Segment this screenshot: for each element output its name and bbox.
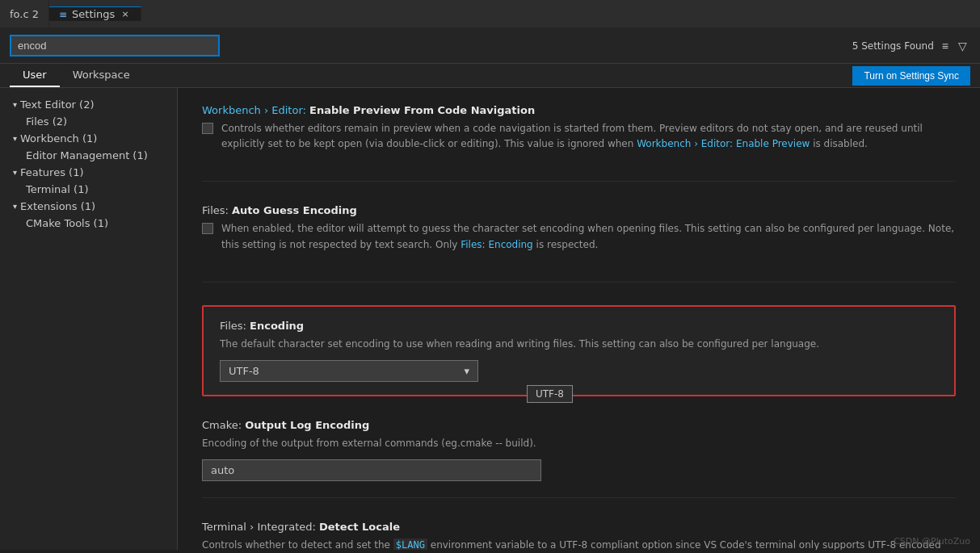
setting-desc-5: Controls whether to detect and set the $… xyxy=(202,538,956,550)
dropdown-arrow-icon: ▾ xyxy=(464,365,469,377)
setting-title-3: Files: Encoding xyxy=(220,320,938,332)
setting-detect-locale: Terminal › Integrated: Detect Locale Con… xyxy=(202,521,956,550)
settings-tab-label: Settings xyxy=(72,8,115,20)
sidebar-item-terminal[interactable]: Terminal (1) xyxy=(0,181,177,198)
encoding-dropdown-value: UTF-8 xyxy=(229,365,259,377)
sync-button[interactable]: Turn on Settings Sync xyxy=(852,66,970,86)
sidebar-item-workbench[interactable]: ▾ Workbench (1) xyxy=(0,130,177,147)
search-input[interactable] xyxy=(10,35,220,57)
filter-icons: ≡ ▽ xyxy=(939,38,970,54)
caret-icon: ▾ xyxy=(13,168,17,177)
lang-code: $LANG xyxy=(393,538,427,550)
setting-prefix-3: Files: xyxy=(220,320,250,332)
sidebar: ▾ Text Editor (2) Files (2) ▾ Workbench … xyxy=(0,88,178,550)
setting-output-log-encoding: Cmake: Output Log Encoding Encoding of t… xyxy=(202,419,956,498)
sidebar-label: Features (1) xyxy=(20,166,83,178)
setting-bold-title-2: Auto Guess Encoding xyxy=(232,204,357,216)
setting-title-4: Cmake: Output Log Encoding xyxy=(202,419,956,431)
sidebar-label: CMake Tools (1) xyxy=(26,217,108,229)
sidebar-label: Terminal (1) xyxy=(26,183,89,195)
setting-bold-title-4: Output Log Encoding xyxy=(245,419,369,431)
setting-bold-title-1: Enable Preview From Code Navigation xyxy=(309,104,535,116)
sidebar-label: Extensions (1) xyxy=(20,200,95,212)
setting-prefix-2: Files: xyxy=(202,204,232,216)
tab-workspace[interactable]: Workspace xyxy=(60,64,143,87)
tab-user[interactable]: User xyxy=(10,64,60,87)
setting-desc-1: Controls whether editors remain in previ… xyxy=(221,121,956,152)
setting-prefix-4: Cmake: xyxy=(202,419,245,431)
sidebar-item-files[interactable]: Files (2) xyxy=(0,113,177,130)
watermark: CSDN @PlutoZuo xyxy=(894,536,970,547)
settings-count: 5 Settings Found xyxy=(852,40,934,52)
tab-bar: fo.c 2 ≡ Settings × xyxy=(0,0,980,28)
sidebar-label: Workbench (1) xyxy=(20,132,97,145)
setting-title-5: Terminal › Integrated: Detect Locale xyxy=(202,521,956,533)
filter-funnel-icon[interactable]: ▽ xyxy=(955,38,970,54)
setting-auto-guess-encoding: Files: Auto Guess Encoding When enabled,… xyxy=(202,204,956,282)
settings-found-badge: 5 Settings Found ≡ ▽ xyxy=(852,38,970,54)
breadcrumb-link-1[interactable]: Workbench › Editor: xyxy=(202,104,306,116)
user-workspace-tabs: User Workspace Turn on Settings Sync xyxy=(0,64,980,88)
caret-icon: ▾ xyxy=(13,202,17,211)
main-layout: ▾ Text Editor (2) Files (2) ▾ Workbench … xyxy=(0,88,980,550)
utf8-tooltip: UTF-8 xyxy=(527,385,573,403)
setting-desc-2: When enabled, the editor will attempt to… xyxy=(221,221,956,252)
encoding-dropdown[interactable]: UTF-8 ▾ xyxy=(220,360,478,382)
sidebar-item-extensions[interactable]: ▾ Extensions (1) xyxy=(0,198,177,215)
output-log-value: auto xyxy=(211,464,234,476)
checkbox-row-2: When enabled, the editor will attempt to… xyxy=(202,221,956,260)
caret-icon: ▾ xyxy=(13,100,17,109)
setting-desc-3: The default character set encoding to us… xyxy=(220,337,938,352)
setting-prefix-5: Terminal › Integrated: xyxy=(202,521,319,533)
sidebar-label: Files (2) xyxy=(26,115,67,128)
search-input-wrapper xyxy=(10,35,220,57)
filter-list-icon[interactable]: ≡ xyxy=(939,38,952,54)
files-encoding-link[interactable]: Files: Encoding xyxy=(461,239,533,250)
setting-desc-4: Encoding of the output from external com… xyxy=(202,436,956,451)
other-tab[interactable]: fo.c 2 xyxy=(0,0,49,28)
setting-title-1: Workbench › Editor: Enable Preview From … xyxy=(202,104,956,116)
enable-preview-link[interactable]: Workbench › Editor: Enable Preview xyxy=(637,138,810,149)
other-tab-label: fo.c 2 xyxy=(10,8,39,20)
sidebar-item-cmake-tools[interactable]: CMake Tools (1) xyxy=(0,215,177,232)
auto-guess-checkbox[interactable] xyxy=(202,223,213,234)
content-area: Workbench › Editor: Enable Preview From … xyxy=(178,88,980,550)
settings-tab-close[interactable]: × xyxy=(120,7,130,21)
settings-tab-icon: ≡ xyxy=(59,9,67,20)
sidebar-label: Text Editor (2) xyxy=(20,98,94,111)
enable-preview-checkbox[interactable] xyxy=(202,123,213,134)
setting-bold-title-5: Detect Locale xyxy=(319,521,400,533)
output-log-encoding-dropdown[interactable]: auto xyxy=(202,459,541,481)
sidebar-item-text-editor[interactable]: ▾ Text Editor (2) xyxy=(0,96,177,113)
sidebar-label: Editor Management (1) xyxy=(26,149,148,161)
setting-enable-preview: Workbench › Editor: Enable Preview From … xyxy=(202,104,956,182)
settings-tab[interactable]: ≡ Settings × xyxy=(49,6,141,21)
setting-bold-title-3: Encoding xyxy=(250,320,304,332)
setting-title-2: Files: Auto Guess Encoding xyxy=(202,204,956,216)
tab-group: User Workspace xyxy=(10,64,143,87)
caret-icon: ▾ xyxy=(13,134,17,143)
setting-encoding-highlighted: Files: Encoding The default character se… xyxy=(202,305,956,396)
sidebar-item-editor-management[interactable]: Editor Management (1) xyxy=(0,147,177,164)
search-bar: 5 Settings Found ≡ ▽ xyxy=(0,28,980,64)
checkbox-row-1: Controls whether editors remain in previ… xyxy=(202,121,956,160)
sidebar-item-features[interactable]: ▾ Features (1) xyxy=(0,164,177,181)
